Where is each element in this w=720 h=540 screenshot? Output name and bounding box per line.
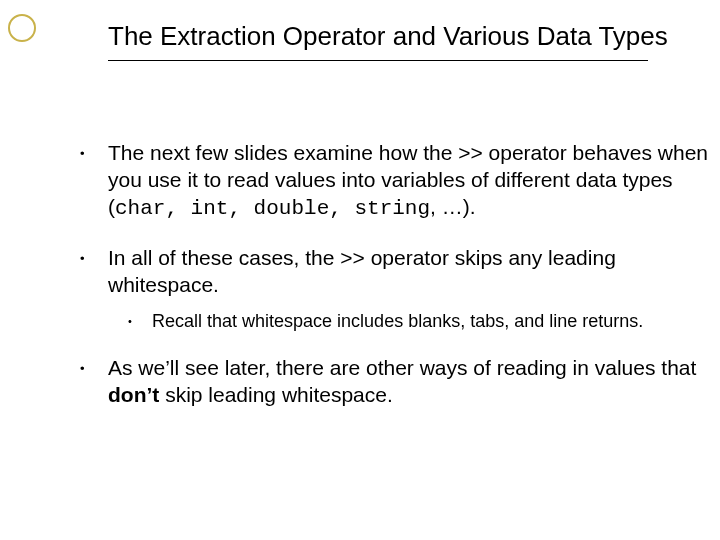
corner-circle-decoration (8, 14, 36, 42)
bullet-3-text-post: skip leading whitespace. (159, 383, 392, 406)
sub-bullet-item-1: Recall that whitespace includes blanks, … (108, 310, 714, 333)
slide-title: The Extraction Operator and Various Data… (108, 22, 668, 52)
sub-bullet-list: Recall that whitespace includes blanks, … (108, 310, 714, 333)
bullet-3-text-pre: As we’ll see later, there are other ways… (108, 356, 696, 379)
bullet-3-bold: don’t (108, 383, 159, 406)
bullet-item-3: As we’ll see later, there are other ways… (74, 355, 714, 409)
title-block: The Extraction Operator and Various Data… (108, 22, 668, 61)
title-underline (108, 60, 648, 61)
bullet-2-text: In all of these cases, the >> operator s… (108, 246, 616, 296)
bullet-list: The next few slides examine how the >> o… (74, 140, 714, 409)
body-content: The next few slides examine how the >> o… (74, 140, 714, 431)
bullet-1-text-post: , …). (430, 195, 476, 218)
bullet-1-code: char, int, double, string (115, 197, 430, 220)
bullet-item-1: The next few slides examine how the >> o… (74, 140, 714, 223)
sub-bullet-1-text: Recall that whitespace includes blanks, … (152, 311, 643, 331)
bullet-item-2: In all of these cases, the >> operator s… (74, 245, 714, 334)
slide: The Extraction Operator and Various Data… (0, 0, 720, 540)
